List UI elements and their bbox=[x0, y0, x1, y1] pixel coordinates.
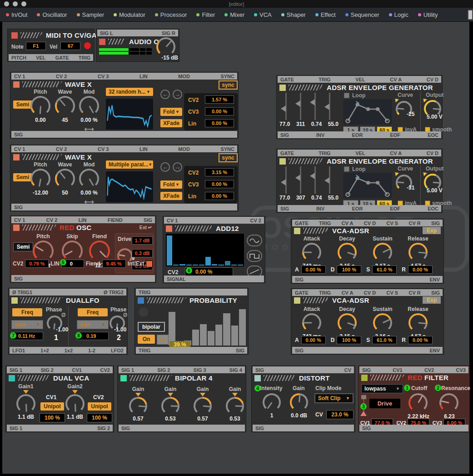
sustain-slider[interactable] bbox=[314, 166, 316, 194]
prev-wave-button[interactable]: ← bbox=[160, 162, 170, 172]
square-wave-button[interactable] bbox=[247, 250, 262, 262]
cv2-amount-box[interactable]: 0.00 % bbox=[185, 267, 233, 276]
port-label[interactable]: CV3 bbox=[456, 367, 466, 373]
port-label[interactable]: SIG bbox=[236, 348, 244, 353]
port-label[interactable]: SIG 2 bbox=[97, 426, 110, 431]
gain-knob[interactable] bbox=[290, 393, 308, 411]
port-label[interactable]: CV A bbox=[390, 150, 402, 156]
port-label[interactable]: ENV bbox=[429, 348, 440, 353]
port-label[interactable]: TRIG bbox=[319, 220, 331, 226]
port-label[interactable]: TRIG bbox=[319, 77, 330, 82]
port-label[interactable]: CV 1 bbox=[14, 217, 25, 223]
module-wave-x-2[interactable]: CV 1CV 2CV 3LINMODSYNC WAVE X sync Semi … bbox=[10, 145, 239, 211]
port-label[interactable]: INV bbox=[316, 132, 324, 138]
gain4-knob[interactable] bbox=[226, 397, 244, 415]
menu-item-mixer[interactable]: Mixer bbox=[224, 11, 244, 18]
envelope-display[interactable] bbox=[343, 173, 392, 198]
port-label[interactable]: SIG bbox=[14, 205, 23, 210]
port-label[interactable]: CV S bbox=[386, 290, 398, 296]
r-cv-box[interactable]: 0.00 % bbox=[408, 266, 433, 274]
port-label[interactable]: TRIG bbox=[79, 55, 90, 60]
port-label[interactable]: SIG bbox=[295, 348, 304, 353]
prev-wave-button[interactable]: ← bbox=[160, 90, 170, 99]
d-cv-box[interactable]: 100 % bbox=[337, 266, 361, 274]
gain1-knob[interactable] bbox=[16, 394, 35, 413]
slider-handle[interactable] bbox=[281, 105, 286, 112]
port-label[interactable]: MOD bbox=[178, 74, 190, 79]
bipolar-button[interactable]: bipolar bbox=[138, 322, 165, 332]
loop-checkbox[interactable] bbox=[344, 93, 349, 98]
port-label[interactable]: CV 3 bbox=[98, 74, 109, 79]
port-label[interactable]: LFO2 bbox=[111, 348, 124, 353]
port-label[interactable]: CV 1 bbox=[14, 146, 25, 152]
slider-handle[interactable] bbox=[324, 177, 329, 184]
xfade-button[interactable]: XFade bbox=[160, 192, 182, 200]
module-midi-to-cv-gate[interactable]: MIDI TO CV/GATE Note F1 Vel 67 PITCHVELG… bbox=[7, 29, 95, 62]
port-label[interactable]: CV 2 bbox=[46, 217, 57, 223]
port-label[interactable]: FIEND bbox=[108, 217, 123, 223]
port-label[interactable]: SIG bbox=[280, 132, 289, 138]
cv2-amount-box[interactable]: 0.79 % bbox=[25, 260, 49, 268]
slider-handle[interactable] bbox=[310, 173, 315, 179]
port-label[interactable]: EOR bbox=[352, 206, 363, 211]
port-label[interactable]: VEL bbox=[355, 77, 365, 82]
port-label[interactable]: SIG 1 bbox=[121, 367, 134, 373]
patcher-canvas[interactable]: OSCILLOT MODULAR MIDI TO CV/GATE Note F1… bbox=[2, 22, 469, 474]
zoom-button[interactable] bbox=[21, 1, 26, 6]
port-label[interactable]: SIG bbox=[362, 367, 371, 373]
module-vca-adsr-1[interactable]: GATETRIGCV ACV DCV SCV RSIG VCA-ADSR Exp… bbox=[291, 219, 444, 284]
port-label[interactable]: LFO1 bbox=[12, 348, 25, 353]
port-label[interactable]: SIG L bbox=[100, 30, 113, 36]
port-label[interactable]: SYNC bbox=[220, 74, 234, 79]
filter-mode-dropdown[interactable]: lowpass▼ bbox=[361, 384, 403, 393]
sustain-slider[interactable] bbox=[314, 93, 316, 120]
loop-checkbox[interactable] bbox=[344, 166, 349, 172]
port-label[interactable]: SIG bbox=[431, 220, 440, 226]
attack-knob[interactable] bbox=[302, 243, 321, 262]
module-red-osc[interactable]: CV 1CV 2LINFIENDSIG RED OSC Ext ↵ Semi P… bbox=[10, 215, 156, 283]
gain1-knob[interactable] bbox=[129, 397, 147, 415]
cv2-amount-box[interactable]: 3.15 % bbox=[205, 168, 234, 176]
s-cv-box[interactable]: 61.0 % bbox=[372, 266, 397, 274]
port-label[interactable]: EOR bbox=[352, 132, 363, 138]
d-cv-box[interactable]: 100 % bbox=[337, 336, 361, 344]
gain2-knob[interactable] bbox=[161, 397, 179, 415]
port-label[interactable]: SIG bbox=[144, 217, 152, 223]
harmonics-display[interactable] bbox=[166, 234, 244, 266]
module-adsr-envelope-1[interactable]: GATETRIGVELCV ACV D ADSR ENVELOPE GENERA… bbox=[276, 75, 443, 139]
port-label[interactable]: CV 2 bbox=[56, 146, 67, 152]
port-label[interactable]: CV2 bbox=[100, 367, 110, 373]
cv2-amount-box[interactable]: 1.57 % bbox=[205, 95, 234, 104]
menu-item-modulator[interactable]: Modulator bbox=[114, 11, 145, 18]
gain3-knob[interactable] bbox=[194, 397, 212, 415]
port-label[interactable]: SIG bbox=[255, 367, 264, 373]
port-label[interactable]: SIG bbox=[14, 132, 23, 137]
slider-handle[interactable] bbox=[295, 100, 300, 107]
port-label[interactable]: VEL bbox=[36, 55, 45, 60]
port-label[interactable]: 1-2 bbox=[88, 348, 95, 353]
port-label[interactable]: LIN bbox=[139, 146, 148, 152]
envelope-display[interactable] bbox=[343, 99, 392, 125]
port-label[interactable]: CV D bbox=[364, 290, 376, 296]
skip-knob[interactable] bbox=[62, 241, 83, 261]
probability-bars[interactable] bbox=[169, 307, 246, 346]
cv-amount-box[interactable]: 23.0 % bbox=[326, 410, 354, 419]
close-button[interactable] bbox=[4, 1, 9, 6]
gain2-knob[interactable] bbox=[65, 394, 85, 413]
port-label[interactable]: CV 2 bbox=[56, 74, 67, 79]
next-wave-button[interactable]: → bbox=[173, 162, 182, 172]
a-cv-box[interactable]: 0.00 % bbox=[301, 266, 326, 274]
port-label[interactable]: CV A bbox=[342, 290, 354, 296]
slider-handle[interactable] bbox=[281, 179, 286, 185]
release-knob[interactable] bbox=[408, 243, 428, 262]
xfade-button[interactable]: XFade bbox=[160, 119, 182, 127]
decay-knob[interactable] bbox=[338, 313, 357, 332]
port-label[interactable]: SIG bbox=[280, 206, 289, 211]
port-label[interactable]: GATE bbox=[55, 55, 69, 60]
port-label[interactable]: SIG bbox=[14, 276, 23, 281]
exp-button[interactable]: Exp bbox=[423, 296, 441, 304]
menu-item-inout[interactable]: In/Out bbox=[6, 11, 27, 18]
port-label[interactable]: SYNC bbox=[220, 146, 234, 152]
port-label[interactable]: CV 1 bbox=[14, 74, 25, 79]
slider-handle[interactable] bbox=[295, 175, 300, 181]
